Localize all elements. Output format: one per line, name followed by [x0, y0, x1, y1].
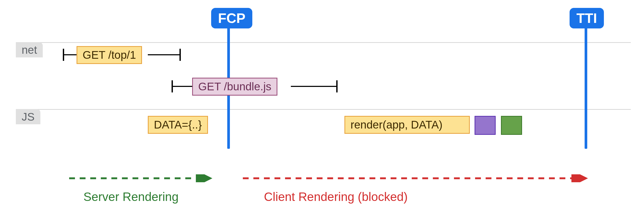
get-top-left-whisker	[63, 54, 77, 55]
get-bundle-bar: GET /bundle.js	[192, 78, 277, 96]
client-phase-label: Client Rendering (blocked)	[264, 190, 408, 204]
data-blob-bar: DATA={..}	[148, 116, 208, 134]
grid-line-js	[16, 109, 631, 110]
get-top-bar: GET /top/1	[77, 46, 142, 64]
get-top-right-whisker	[148, 54, 179, 55]
tti-line	[585, 25, 587, 149]
get-top-right-cap	[179, 49, 181, 61]
server-arrow	[69, 174, 213, 182]
client-arrow	[243, 174, 589, 182]
server-phase-label: Server Rendering	[83, 190, 179, 204]
get-bundle-left-whisker	[172, 86, 192, 87]
purple-task-box	[475, 116, 496, 135]
tti-marker: TTI	[570, 8, 604, 28]
timeline-diagram: net JS FCP TTI GET /top/1 GET /bundle.js…	[0, 0, 644, 217]
fcp-marker: FCP	[211, 8, 252, 28]
track-label-net: net	[16, 42, 43, 57]
green-task-box	[501, 116, 522, 135]
get-bundle-right-whisker	[291, 86, 336, 87]
render-bar: render(app, DATA)	[344, 116, 470, 134]
track-label-js: JS	[16, 109, 40, 124]
get-bundle-right-cap	[336, 80, 338, 92]
grid-line-net	[16, 42, 631, 43]
